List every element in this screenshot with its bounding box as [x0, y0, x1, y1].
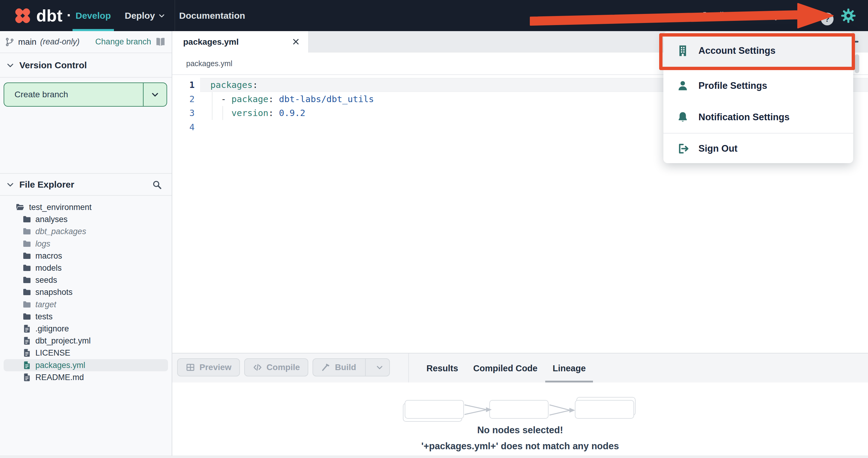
project-folder-icon [702, 10, 713, 21]
editor-action-buttons: PreviewCompileBuild [177, 358, 390, 377]
account-project-breadcrumb[interactable]: dbt Labs / Analytics [702, 0, 793, 31]
tree-item-label: LICENSE [35, 348, 70, 358]
code-line-text: packages: [210, 78, 258, 92]
chevron-down-icon [158, 12, 165, 19]
button-split-divider [365, 359, 366, 376]
nav-item-documentation[interactable]: Documentation [179, 0, 245, 31]
folder-dbt-packages[interactable]: dbt_packages [0, 225, 172, 237]
line-number: 2 [172, 92, 195, 106]
nav-item-deploy[interactable]: Deploy [125, 0, 165, 31]
folder-analyses[interactable]: analyses [0, 213, 172, 225]
branch-mode: (read-only) [40, 37, 80, 46]
tab-compiled-code[interactable]: Compiled Code [471, 354, 539, 383]
folder-seeds[interactable]: seeds [0, 274, 172, 286]
breadcrumb-text: dbt Labs / Analytics [717, 10, 793, 21]
button-label: Compile [267, 363, 300, 372]
tree-item-label: models [35, 263, 62, 273]
menu-item-label: Profile Settings [699, 80, 767, 91]
tab-title: packages.yml [183, 31, 239, 53]
line-number: 1 [172, 78, 195, 92]
folder-icon [22, 312, 32, 322]
preview-button[interactable]: Preview [177, 358, 240, 377]
editor-scrollbar-thumb[interactable] [855, 54, 859, 73]
dbt-logo[interactable]: dbt [13, 0, 70, 31]
menu-item-label: Notification Settings [699, 112, 789, 123]
code-token: : [268, 94, 279, 104]
compile-button[interactable]: Compile [244, 358, 308, 377]
file-icon [22, 372, 32, 382]
button-label: Build [335, 363, 356, 372]
file-packages-yml[interactable]: packages.yml [4, 359, 168, 371]
bell-icon [676, 110, 689, 124]
tree-item-label: target [35, 300, 56, 309]
current-branch-name: main [18, 37, 37, 47]
tree-item-label: tests [35, 312, 53, 322]
create-branch-button[interactable]: Create branch [4, 83, 167, 107]
create-branch-options[interactable] [143, 83, 166, 106]
chevron-down-icon [6, 181, 14, 189]
button-label: Preview [199, 363, 231, 372]
code-icon [253, 363, 262, 372]
band-divider [408, 354, 409, 383]
folder-icon [22, 251, 32, 261]
folder-icon [22, 227, 32, 236]
tree-item-label: logs [35, 239, 51, 249]
code-token: dbt-labs/dbt_utils [279, 94, 374, 104]
file-dbt-project-yml[interactable]: dbt_project.yml [0, 335, 172, 347]
folder-icon [22, 275, 32, 285]
menu-item-notification-settings[interactable]: Notification Settings [663, 101, 853, 133]
folder-models[interactable]: models [0, 262, 172, 274]
menu-item-profile-settings[interactable]: Profile Settings [663, 70, 853, 101]
folder-macros[interactable]: macros [0, 250, 172, 262]
help-icon[interactable]: ? [821, 13, 834, 25]
file-gitignore[interactable]: .gitignore [0, 323, 172, 335]
tab-lineage[interactable]: Lineage [551, 354, 588, 383]
chevron-down-icon [151, 90, 159, 99]
folder-icon [22, 215, 32, 224]
tab-label: Lineage [553, 363, 586, 373]
folder-tests[interactable]: tests [0, 310, 172, 323]
tree-item-label: dbt_packages [35, 227, 86, 236]
lineage-panel: No nodes selected! '+packages.yml+' does… [172, 383, 868, 456]
code-token: version [231, 108, 268, 118]
change-branch-link[interactable]: Change branch [95, 37, 151, 46]
docs-book-icon[interactable] [155, 36, 166, 48]
file-icon [22, 360, 32, 370]
build-options-button[interactable] [370, 359, 389, 376]
folder-test-environment[interactable]: test_environment [0, 201, 172, 213]
branch-row: main (read-only) Change branch [0, 31, 172, 53]
result-tabs: ResultsCompiled CodeLineage [425, 354, 588, 383]
tree-item-label: macros [35, 251, 62, 261]
file-license[interactable]: LICENSE [0, 347, 172, 359]
code-token: - [210, 94, 231, 104]
code-token: packages [210, 80, 253, 90]
folder-target[interactable]: target [0, 298, 172, 310]
search-icon[interactable] [152, 179, 162, 190]
folder-snapshots[interactable]: snapshots [0, 286, 172, 298]
logo-dot [68, 14, 70, 16]
code-token: : [253, 80, 258, 90]
close-icon[interactable] [291, 37, 301, 46]
code-line-text: version: 0.9.2 [210, 106, 305, 120]
file-icon [22, 324, 32, 333]
folder-logs[interactable]: logs [0, 238, 172, 250]
code-token: 0.9.2 [279, 108, 305, 118]
chevron-down-icon [6, 61, 14, 69]
tab-packages-yml[interactable]: packages.yml [172, 31, 309, 53]
tab-results[interactable]: Results [425, 354, 460, 383]
file-explorer-title: File Explorer [19, 179, 74, 190]
line-number: 4 [172, 120, 195, 134]
nav-item-develop[interactable]: Develop [75, 0, 111, 31]
dbt-logo-icon [13, 6, 32, 25]
bottom-scrollbar-track[interactable] [0, 456, 868, 458]
grid-icon [186, 363, 195, 372]
gear-icon[interactable] [841, 8, 856, 23]
tree-item-label: snapshots [35, 288, 72, 297]
menu-item-sign-out[interactable]: Sign Out [663, 134, 853, 163]
build-button[interactable]: Build [312, 358, 390, 377]
nav-item-label: Develop [75, 10, 111, 21]
file-readme-md[interactable]: README.md [0, 371, 172, 383]
version-control-header[interactable]: Version Control [0, 53, 172, 78]
file-explorer-header[interactable]: File Explorer [0, 173, 172, 196]
folder-icon [22, 263, 32, 273]
